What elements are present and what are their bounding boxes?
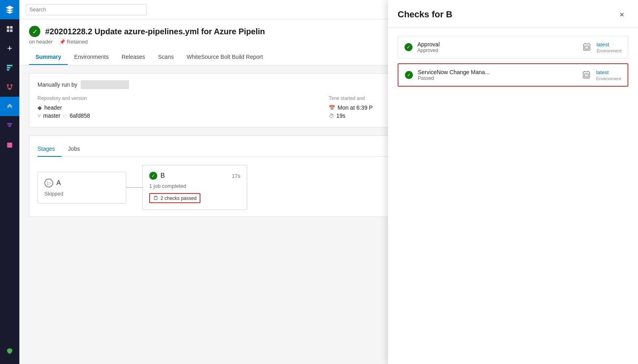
pipeline-retained-badge: 📌 Retained bbox=[59, 39, 88, 45]
stage-b-jobs: 1 job completed bbox=[149, 183, 186, 189]
sidebar-item-pipelines[interactable] bbox=[0, 97, 19, 116]
servicenow-check-icon: ✓ bbox=[405, 71, 413, 79]
svg-rect-4 bbox=[7, 65, 13, 67]
check-info-servicenow: ServiceNow Change Mana... Passed bbox=[418, 69, 490, 81]
svg-point-8 bbox=[11, 85, 13, 86]
stage-connector bbox=[126, 187, 142, 188]
time-value: Mon at 6:39 P bbox=[338, 104, 373, 111]
svg-rect-3 bbox=[10, 29, 13, 32]
servicenow-link-col: latest Environment bbox=[596, 69, 621, 81]
repo-item: ◆ header bbox=[38, 104, 329, 111]
stage-b-icon: ✓ bbox=[149, 172, 157, 180]
pipeline-branch-label: on header bbox=[29, 39, 53, 45]
checks-icon: 🗒 bbox=[153, 195, 158, 201]
check-item-servicenow[interactable]: ✓ ServiceNow Change Mana... Passed lates… bbox=[398, 63, 628, 87]
stage-a-status: Skipped bbox=[44, 191, 119, 197]
servicenow-link[interactable]: latest bbox=[596, 69, 609, 75]
commit-hash: 6afd858 bbox=[70, 112, 90, 119]
retained-label: Retained bbox=[67, 39, 88, 45]
manually-run-label: Manually run by bbox=[38, 81, 77, 88]
divider: ◇ bbox=[63, 112, 67, 119]
branch-name: master bbox=[43, 112, 60, 119]
servicenow-link-sub: Environment bbox=[596, 76, 621, 81]
svg-rect-5 bbox=[7, 67, 10, 69]
repo-label: Repository and version bbox=[38, 96, 329, 101]
sidebar-item-security[interactable] bbox=[0, 341, 19, 361]
stage-b-time: 17s bbox=[232, 173, 240, 179]
sidebar-item-repos[interactable] bbox=[0, 77, 19, 97]
servicenow-status: Passed bbox=[418, 75, 490, 81]
svg-rect-2 bbox=[7, 29, 9, 32]
approval-link[interactable]: latest bbox=[596, 42, 609, 48]
checks-passed-badge[interactable]: 🗒 2 checks passed bbox=[149, 193, 200, 203]
check-info-approval: Approval Approved bbox=[417, 41, 440, 53]
pin-icon: 📌 bbox=[59, 39, 65, 45]
tab-jobs[interactable]: Jobs bbox=[68, 142, 87, 157]
check-left-approval: ✓ Approval Approved bbox=[404, 41, 440, 53]
check-left-servicenow: ✓ ServiceNow Change Mana... Passed bbox=[405, 69, 490, 81]
check-right-approval: latest Environment bbox=[581, 42, 621, 53]
svg-rect-14 bbox=[584, 74, 588, 77]
svg-rect-10 bbox=[7, 143, 13, 148]
stage-b-name: B bbox=[161, 172, 165, 179]
pipeline-status-icon: ✓ bbox=[29, 26, 40, 37]
servicenow-name: ServiceNow Change Mana... bbox=[418, 69, 490, 75]
calendar-icon: 📅 bbox=[329, 105, 335, 111]
panel-body: ✓ Approval Approved latest Environment bbox=[388, 28, 638, 364]
panel-header: Checks for B × bbox=[388, 0, 638, 28]
repo-icon: ◆ bbox=[38, 104, 42, 111]
approval-name: Approval bbox=[417, 41, 440, 48]
tab-releases[interactable]: Releases bbox=[115, 50, 151, 65]
panel-title: Checks for B bbox=[398, 9, 452, 20]
duration-value: 19s bbox=[336, 112, 346, 119]
user-placeholder bbox=[81, 80, 129, 89]
sidebar: + bbox=[0, 0, 19, 364]
stage-a-icon: ▷ bbox=[44, 179, 53, 187]
sidebar-item-home[interactable] bbox=[0, 19, 19, 39]
main-content: ✓ #20201228.2 Update azure-pipelines.yml… bbox=[19, 0, 638, 364]
approval-link-col: latest Environment bbox=[596, 42, 621, 53]
servicenow-env-icon bbox=[581, 69, 592, 81]
checks-panel: Checks for B × ✓ Approval Approved bbox=[388, 0, 638, 364]
approval-link-sub: Environment bbox=[596, 48, 621, 53]
tab-whitesource[interactable]: WhiteSource Bolt Build Report bbox=[180, 50, 269, 65]
tab-environments[interactable]: Environments bbox=[68, 50, 115, 65]
approval-env-icon bbox=[581, 42, 592, 53]
svg-rect-12 bbox=[585, 46, 589, 49]
close-panel-button[interactable]: × bbox=[615, 8, 628, 21]
svg-rect-0 bbox=[7, 26, 9, 29]
tab-scans[interactable]: Scans bbox=[152, 50, 180, 65]
svg-rect-6 bbox=[7, 69, 9, 71]
sidebar-item-add[interactable]: + bbox=[0, 39, 19, 58]
search-input[interactable] bbox=[26, 4, 147, 15]
approval-check-icon: ✓ bbox=[404, 43, 413, 51]
tab-stages[interactable]: Stages bbox=[38, 142, 62, 157]
svg-point-7 bbox=[7, 85, 9, 86]
check-item-approval[interactable]: ✓ Approval Approved latest Environment bbox=[398, 36, 628, 58]
sidebar-item-boards[interactable] bbox=[0, 58, 19, 77]
branch-item: ⑂ master ◇ 6afd858 bbox=[38, 112, 329, 119]
check-right-servicenow: latest Environment bbox=[581, 69, 621, 81]
stage-b-box[interactable]: ✓ B 17s 1 job completed 🗒 2 checks passe… bbox=[142, 165, 247, 210]
approval-status: Approved bbox=[417, 48, 440, 53]
pipeline-title: #20201228.2 Update azure-pipelines.yml f… bbox=[45, 27, 265, 36]
sidebar-item-testplans[interactable] bbox=[0, 116, 19, 135]
repo-name: header bbox=[44, 104, 62, 111]
tab-summary[interactable]: Summary bbox=[29, 50, 68, 65]
branch-icon: ⑂ bbox=[38, 113, 41, 119]
svg-rect-1 bbox=[10, 26, 13, 29]
checks-label: 2 checks passed bbox=[161, 196, 196, 201]
clock-icon: ⏱ bbox=[329, 113, 334, 119]
sidebar-item-packages[interactable] bbox=[0, 135, 19, 155]
stage-a-box[interactable]: ▷ A Skipped bbox=[38, 172, 126, 204]
stage-a-name: A bbox=[56, 179, 61, 187]
sidebar-logo[interactable] bbox=[0, 0, 19, 19]
